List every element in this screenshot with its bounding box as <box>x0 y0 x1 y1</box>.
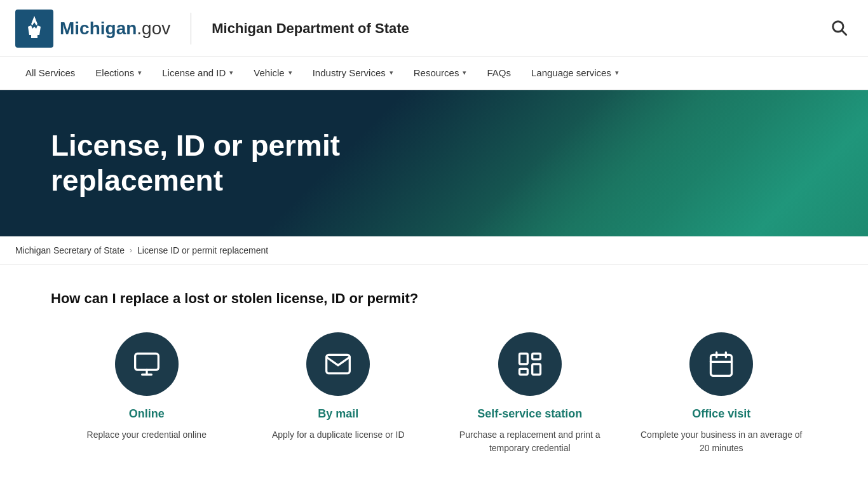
card-online-desc: Replace your credential online <box>87 428 207 442</box>
svg-rect-10 <box>532 354 540 360</box>
chevron-down-icon: ▾ <box>288 69 292 77</box>
kiosk-icon <box>516 350 544 378</box>
mail-icon-circle <box>306 332 370 396</box>
svg-rect-12 <box>519 369 527 375</box>
card-mail: By mail Apply for a duplicate license or… <box>243 332 435 455</box>
svg-rect-13 <box>711 355 732 376</box>
card-self-service: Self-service station Purchase a replacem… <box>434 332 626 455</box>
hero-section: License, ID or permit replacement <box>0 90 868 236</box>
card-office-title[interactable]: Office visit <box>692 407 750 421</box>
calendar-icon-circle <box>689 332 753 396</box>
main-content: How can I replace a lost or stolen licen… <box>0 265 868 480</box>
breadcrumb-separator: › <box>130 246 132 255</box>
breadcrumb: Michigan Secretary of State › License ID… <box>0 236 868 265</box>
card-online-title[interactable]: Online <box>129 407 165 421</box>
nav-item-all-services[interactable]: All Services <box>15 57 85 90</box>
site-header: Michigan.gov Michigan Department of Stat… <box>0 0 868 57</box>
breadcrumb-current: License ID or permit replacement <box>137 245 268 255</box>
nav-label-language-services: Language services <box>531 67 611 78</box>
nav-label-all-services: All Services <box>25 67 75 78</box>
online-icon-circle <box>115 332 179 396</box>
logo-container[interactable]: Michigan.gov <box>15 10 170 48</box>
service-cards: Online Replace your credential online By… <box>51 332 817 455</box>
nav-item-faqs[interactable]: FAQs <box>477 57 521 90</box>
svg-rect-3 <box>31 35 37 38</box>
chevron-down-icon: ▾ <box>463 69 466 77</box>
hero-title: License, ID or permit replacement <box>51 128 432 198</box>
computer-icon <box>133 350 161 378</box>
chevron-down-icon: ▾ <box>138 69 142 77</box>
michigan-logo-icon <box>15 10 53 48</box>
nav-item-vehicle[interactable]: Vehicle ▾ <box>243 57 302 90</box>
svg-rect-9 <box>519 354 527 365</box>
card-office-desc: Complete your business in an average of … <box>639 428 805 455</box>
mail-icon <box>324 350 352 378</box>
nav-item-elections[interactable]: Elections ▾ <box>85 57 152 90</box>
search-button[interactable] <box>825 13 853 43</box>
section-title: How can I replace a lost or stolen licen… <box>51 290 817 307</box>
nav-item-license-id[interactable]: License and ID ▾ <box>152 57 243 90</box>
calendar-icon <box>707 350 735 378</box>
svg-rect-6 <box>135 354 158 370</box>
svg-marker-2 <box>28 25 41 35</box>
chevron-down-icon: ▾ <box>229 69 233 77</box>
nav-label-industry-services: Industry Services <box>313 67 386 78</box>
svg-rect-11 <box>532 364 540 375</box>
logo-text: Michigan.gov <box>60 18 170 39</box>
kiosk-icon-circle <box>498 332 562 396</box>
site-title: Michigan Department of State <box>212 20 409 37</box>
header-divider <box>191 13 191 44</box>
card-online: Online Replace your credential online <box>51 332 243 455</box>
nav-label-vehicle: Vehicle <box>254 67 284 78</box>
header-left: Michigan.gov Michigan Department of Stat… <box>15 10 409 48</box>
nav-item-industry-services[interactable]: Industry Services ▾ <box>302 57 403 90</box>
card-office: Office visit Complete your business in a… <box>626 332 818 455</box>
nav-item-resources[interactable]: Resources ▾ <box>403 57 477 90</box>
card-self-service-title[interactable]: Self-service station <box>477 407 582 421</box>
card-mail-desc: Apply for a duplicate license or ID <box>272 428 405 442</box>
chevron-down-icon: ▾ <box>390 69 393 77</box>
card-mail-title[interactable]: By mail <box>318 407 358 421</box>
nav-label-faqs: FAQs <box>487 67 511 78</box>
nav-label-license-id: License and ID <box>162 67 226 78</box>
chevron-down-icon: ▾ <box>615 69 619 77</box>
main-nav: All Services Elections ▾ License and ID … <box>0 57 868 90</box>
card-self-service-desc: Purchase a replacement and print a tempo… <box>447 428 613 455</box>
nav-label-resources: Resources <box>414 67 459 78</box>
nav-label-elections: Elections <box>95 67 134 78</box>
svg-line-5 <box>842 30 846 34</box>
nav-item-language-services[interactable]: Language services ▾ <box>521 57 629 90</box>
breadcrumb-home[interactable]: Michigan Secretary of State <box>15 245 125 255</box>
